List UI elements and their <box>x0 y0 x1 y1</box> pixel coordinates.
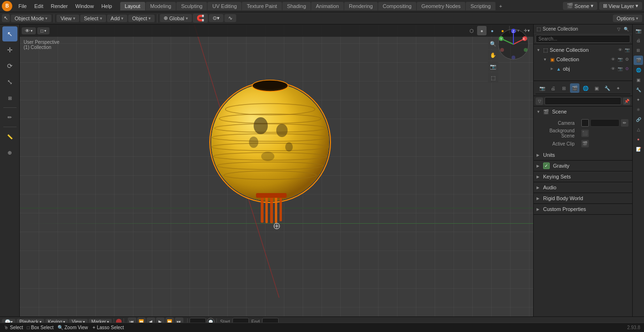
transform-tool[interactable]: ⊞ <box>2 90 17 105</box>
rotate-tool[interactable]: ⟳ <box>2 58 17 73</box>
add-menu[interactable]: Add <box>107 15 128 22</box>
tab-animation[interactable]: Animation <box>311 2 344 10</box>
obj-extra2[interactable]: ⚙ <box>624 65 630 72</box>
menu-window[interactable]: Window <box>72 2 97 10</box>
rigid-body-header[interactable]: ▶ Rigid Body World <box>534 193 632 203</box>
tab-uv-editing[interactable]: UV Editing <box>207 2 241 10</box>
graph-icon[interactable]: ∿ <box>224 14 236 22</box>
far-output-btn[interactable]: 🖨 <box>634 36 643 45</box>
proportional-edit[interactable]: ⊙▾ <box>209 14 223 22</box>
coll-view2[interactable]: 👁 <box>610 56 616 63</box>
tab-modeling[interactable]: Modeling <box>146 2 176 10</box>
props-tab-render[interactable]: 📷 <box>537 83 547 93</box>
vp-icon-2[interactable]: ✋ <box>488 50 498 60</box>
far-constraints-btn[interactable]: 🔗 <box>634 115 643 124</box>
obj-view[interactable]: 👁 <box>610 65 616 72</box>
object-menu[interactable]: Object <box>128 15 155 22</box>
expand-obj[interactable]: ▶ <box>549 66 554 72</box>
tab-layout[interactable]: Layout <box>120 2 145 10</box>
coll-render-icon[interactable]: 📷 <box>624 47 630 53</box>
annotate-tool[interactable]: ✏ <box>2 110 17 125</box>
props-pin-btn[interactable]: 📌 <box>623 97 630 105</box>
active-clip-icon[interactable]: 🎬 <box>581 140 589 147</box>
tab-rendering[interactable]: Rendering <box>344 2 378 10</box>
tab-compositing[interactable]: Compositing <box>378 2 416 10</box>
props-filter-icon[interactable]: ▽ <box>536 97 543 105</box>
props-search-input[interactable] <box>545 97 621 105</box>
coll-render2[interactable]: 📷 <box>617 56 623 63</box>
far-modifier-btn[interactable]: 🔧 <box>634 85 643 95</box>
props-tab-view-layer[interactable]: ⊞ <box>559 83 569 93</box>
view-menu[interactable]: View <box>57 15 79 22</box>
tree-obj[interactable]: ▶ ▲ obj 👁 📷 ⚙ <box>534 64 632 73</box>
measure-tool[interactable]: 📏 <box>2 129 17 144</box>
add-object-tool[interactable]: ⊕ <box>2 145 17 160</box>
mode-selector[interactable]: Object Mode <box>11 15 51 22</box>
far-view-layer-btn[interactable]: ⊞ <box>634 46 643 55</box>
far-particles-btn[interactable]: ✦ <box>634 95 643 105</box>
far-physics-btn[interactable]: ⚛ <box>634 105 643 114</box>
tab-scripting[interactable]: Scripting <box>466 2 495 10</box>
cursor-tool[interactable]: ↖ <box>2 14 10 22</box>
far-scripting-btn[interactable]: 📝 <box>634 145 643 154</box>
outliner-search[interactable]: 🔍 <box>623 26 629 32</box>
tab-add[interactable]: + <box>496 2 505 10</box>
tab-geometry-nodes[interactable]: Geometry Nodes <box>417 2 465 10</box>
props-tab-object[interactable]: ▣ <box>592 83 601 93</box>
gravity-checkbox[interactable]: ✓ <box>543 162 550 169</box>
view-layer-selector[interactable]: ⊞ View Layer ▾ <box>599 2 642 10</box>
obj-render[interactable]: 📷 <box>617 65 623 72</box>
tab-texture-paint[interactable]: Texture Paint <box>242 2 281 10</box>
props-scene-header[interactable]: ▼ 🎬 Scene <box>534 106 632 117</box>
gravity-header[interactable]: ▶ ✓ Gravity <box>534 161 632 171</box>
expand-scene[interactable]: ▼ <box>536 47 541 53</box>
expand-collection[interactable]: ▼ <box>542 57 548 62</box>
far-material-btn[interactable]: ● <box>634 135 643 144</box>
tab-sculpting[interactable]: Sculpting <box>176 2 207 10</box>
cursor-tool-btn[interactable]: ↖ <box>2 26 17 41</box>
snap-toggle[interactable]: 🧲 <box>193 14 208 23</box>
bg-scene-icon[interactable]: ⬛ <box>581 130 589 137</box>
props-tab-modifier[interactable]: 🔧 <box>603 83 612 93</box>
custom-props-header[interactable]: ▶ Custom Properties <box>534 204 632 214</box>
scale-tool[interactable]: ⤡ <box>2 74 17 89</box>
far-object-btn[interactable]: ▣ <box>634 75 643 85</box>
wireframe-btn[interactable]: ⬡ <box>467 26 476 35</box>
camera-edit[interactable]: ✏ <box>621 119 628 127</box>
keying-sets-header[interactable]: ▶ Keying Sets <box>534 171 632 182</box>
outliner-filter[interactable]: ▽ <box>615 26 622 32</box>
vp-icon-1[interactable]: 🔍 <box>488 39 498 49</box>
menu-help[interactable]: Help <box>98 2 116 10</box>
far-scene-btn[interactable]: 🎬 <box>634 56 643 65</box>
far-data-btn[interactable]: △ <box>634 125 643 134</box>
outliner-search-input[interactable] <box>536 35 630 43</box>
solid-btn[interactable]: ● <box>477 26 487 35</box>
vp-icon-4[interactable]: ⬚ <box>488 73 498 83</box>
navigation-gizmo[interactable]: X Y Z <box>497 28 529 61</box>
far-render-btn[interactable]: 📷 <box>634 26 643 35</box>
tab-shading[interactable]: Shading <box>282 2 311 10</box>
select-menu[interactable]: Select <box>80 15 106 22</box>
vp-view-menu[interactable]: 👁 <box>22 27 36 34</box>
vp-icon-3[interactable]: 📷 <box>488 61 498 72</box>
scene-selector[interactable]: 🎬 Scene ▾ <box>563 2 597 10</box>
tree-collection[interactable]: ▼ ▣ Collection 👁 📷 ⚙ <box>534 55 632 64</box>
options-button[interactable]: Options <box>613 15 642 22</box>
props-tab-output[interactable]: 🖨 <box>548 83 558 93</box>
camera-field[interactable] <box>590 119 619 127</box>
props-tab-particles[interactable]: ✦ <box>613 83 623 93</box>
audio-header[interactable]: ▶ Audio <box>534 182 632 193</box>
vp-select-mode[interactable]: □ <box>37 27 50 34</box>
transform-orientation[interactable]: ⊕ Global <box>160 14 192 22</box>
units-header[interactable]: ▶ Units <box>534 150 632 160</box>
props-tab-world[interactable]: 🌐 <box>581 83 590 93</box>
tree-scene-collection[interactable]: ▼ ⬚ Scene Collection 👁 📷 <box>534 45 632 55</box>
menu-render[interactable]: Render <box>48 2 71 10</box>
material-btn[interactable]: ● <box>487 26 497 35</box>
coll-extra[interactable]: ⚙ <box>624 56 630 63</box>
menu-file[interactable]: File <box>15 2 30 10</box>
coll-view-icon[interactable]: 👁 <box>617 47 623 53</box>
move-tool[interactable]: ✛ <box>2 42 17 57</box>
far-world-btn[interactable]: 🌐 <box>634 65 643 75</box>
3d-viewport[interactable]: 👁 □ ⬡ ● ● ● ⊙▾ ✛▾ User Perspective <box>20 24 533 316</box>
